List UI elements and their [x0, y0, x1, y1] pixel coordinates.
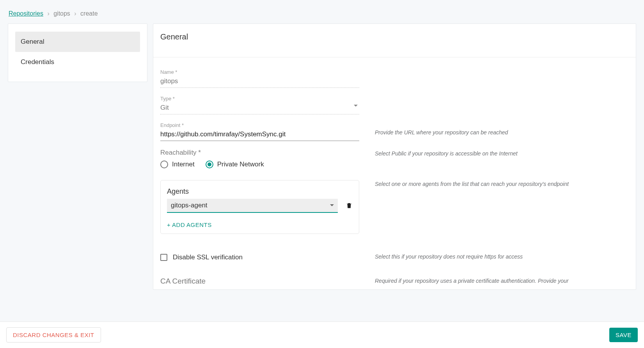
breadcrumb-sep: ›	[74, 10, 76, 17]
main-panel: General Name * Type *	[153, 23, 636, 290]
endpoint-help: Provide the URL where your repository ca…	[375, 122, 629, 136]
breadcrumb-sep: ›	[47, 10, 49, 17]
reachability-internet-radio[interactable]: Internet	[160, 161, 195, 168]
agent-select[interactable]: gitops-agent	[167, 199, 338, 213]
checkbox-icon	[160, 254, 167, 261]
agents-box: Agents gitops-agent + ADD AGENT	[160, 180, 359, 234]
type-value	[160, 102, 359, 114]
sidebar-item-label: Credentials	[21, 58, 54, 66]
breadcrumb: Repositories › gitops › create	[8, 8, 636, 23]
endpoint-label: Endpoint *	[160, 122, 359, 128]
add-agents-button[interactable]: + ADD AGENTS	[167, 221, 212, 228]
agents-help: Select one or more agents from the list …	[375, 176, 629, 187]
page-title: General	[153, 24, 636, 57]
reachability-private-radio[interactable]: Private Network	[206, 161, 264, 168]
name-label: Name *	[160, 69, 359, 75]
agents-title: Agents	[167, 187, 353, 196]
ssl-label: Disable SSL verification	[173, 253, 243, 261]
sidebar-item-general[interactable]: General	[15, 32, 140, 52]
breadcrumb-root-link[interactable]: Repositories	[9, 10, 43, 17]
sidebar: General Credentials	[8, 23, 147, 82]
radio-label: Internet	[172, 161, 195, 168]
reachability-label: Reachability *	[160, 149, 359, 157]
disable-ssl-checkbox[interactable]: Disable SSL verification	[160, 253, 359, 261]
endpoint-input[interactable]	[160, 129, 359, 141]
radio-icon	[206, 161, 213, 168]
delete-agent-button[interactable]	[346, 202, 353, 211]
reachability-help: Select Public if your repository is acce…	[375, 149, 629, 157]
chevron-down-icon	[354, 105, 358, 107]
name-input[interactable]	[160, 76, 359, 88]
radio-label: Private Network	[217, 161, 264, 168]
breadcrumb-leaf: create	[80, 10, 98, 17]
ca-help: Required if your repository uses a priva…	[375, 277, 629, 284]
agent-selected-value: gitops-agent	[171, 202, 208, 209]
type-select[interactable]	[160, 102, 359, 114]
radio-icon	[160, 161, 168, 168]
ssl-help: Select this if your repository does not …	[375, 253, 629, 260]
chevron-down-icon	[330, 204, 334, 206]
breadcrumb-mid: gitops	[53, 10, 70, 17]
trash-icon	[346, 202, 353, 209]
type-label: Type *	[160, 96, 359, 102]
sidebar-item-label: General	[21, 38, 44, 45]
ca-cert-title: CA Certificate	[160, 277, 359, 286]
sidebar-item-credentials[interactable]: Credentials	[15, 52, 140, 72]
